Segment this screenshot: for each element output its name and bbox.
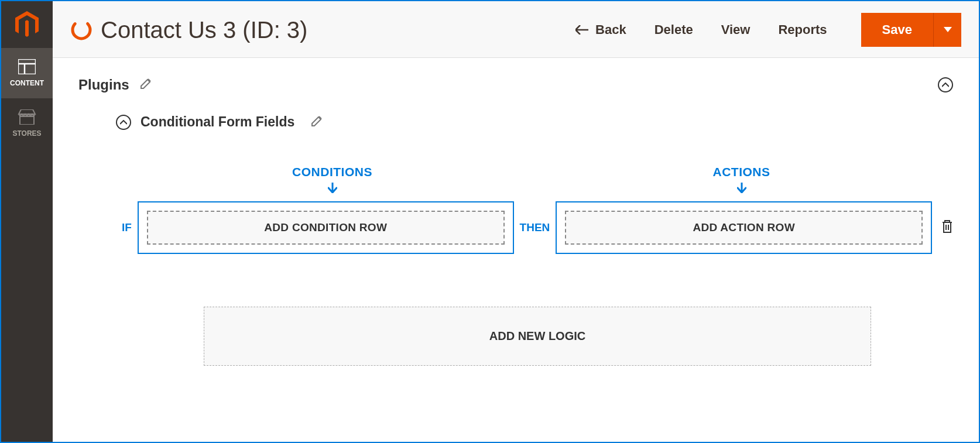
- edit-plugins-icon[interactable]: [140, 78, 152, 92]
- pencil-icon: [311, 115, 323, 127]
- add-new-logic-button[interactable]: ADD NEW LOGIC: [204, 307, 871, 366]
- back-label: Back: [595, 22, 626, 37]
- save-button-group: Save: [861, 13, 961, 47]
- add-action-button[interactable]: ADD ACTION ROW: [565, 211, 923, 245]
- save-button[interactable]: Save: [861, 13, 933, 47]
- trash-icon: [941, 219, 953, 233]
- plugins-title: Plugins: [78, 77, 129, 93]
- conditional-section: Conditional Form Fields CONDITIONS: [78, 114, 953, 366]
- conditional-header: Conditional Form Fields: [116, 114, 953, 130]
- arrow-down-icon: [737, 183, 746, 193]
- content-icon: [18, 59, 36, 74]
- save-dropdown-button[interactable]: [933, 13, 961, 47]
- collapse-conditional-button[interactable]: [116, 115, 131, 130]
- chevron-up-icon: [120, 120, 127, 125]
- add-logic-wrap: ADD NEW LOGIC: [122, 307, 953, 366]
- page-title: Contact Us 3 (ID: 3): [101, 17, 575, 43]
- header-actions: Back Delete View Reports Save: [575, 13, 961, 47]
- back-button[interactable]: Back: [575, 22, 626, 37]
- actions-label: ACTIONS: [713, 165, 770, 179]
- chevron-down-icon: [944, 27, 952, 33]
- loading-spinner-icon: [70, 19, 92, 41]
- magento-logo[interactable]: [1, 1, 53, 48]
- content-area: Plugins Conditional Form Fields: [53, 58, 979, 442]
- chevron-up-icon: [942, 83, 949, 87]
- svg-rect-0: [18, 59, 36, 74]
- svg-rect-3: [20, 116, 34, 125]
- then-label: THEN: [520, 221, 550, 234]
- logic-builder: CONDITIONS ACTIONS IF: [116, 165, 953, 366]
- delete-logic-button[interactable]: [941, 219, 953, 236]
- edit-conditional-icon[interactable]: [311, 115, 323, 129]
- if-label: IF: [122, 221, 132, 234]
- delete-button[interactable]: Delete: [655, 22, 693, 37]
- sidebar: CONTENT STORES: [1, 1, 53, 442]
- column-headers: CONDITIONS ACTIONS: [122, 165, 953, 193]
- conditional-title: Conditional Form Fields: [141, 114, 294, 130]
- actions-box: ADD ACTION ROW: [556, 201, 932, 254]
- actions-header: ACTIONS: [554, 165, 928, 193]
- add-condition-button[interactable]: ADD CONDITION ROW: [147, 211, 505, 245]
- view-button[interactable]: View: [721, 22, 751, 37]
- pencil-icon: [140, 78, 152, 90]
- sidebar-item-label: CONTENT: [10, 79, 44, 87]
- sidebar-item-label: STORES: [12, 129, 41, 138]
- svg-point-4: [70, 19, 92, 41]
- arrow-down-icon: [328, 183, 337, 193]
- logic-row: IF ADD CONDITION ROW THEN ADD ACTION ROW: [122, 201, 953, 254]
- main-area: Contact Us 3 (ID: 3) Back Delete View Re…: [53, 1, 979, 442]
- reports-button[interactable]: Reports: [778, 22, 827, 37]
- conditions-header: CONDITIONS: [145, 165, 519, 193]
- sidebar-item-content[interactable]: CONTENT: [1, 48, 53, 98]
- collapse-plugins-button[interactable]: [938, 77, 953, 92]
- page-header: Contact Us 3 (ID: 3) Back Delete View Re…: [53, 1, 979, 58]
- plugins-section-header: Plugins: [78, 77, 953, 93]
- arrow-left-icon: [575, 25, 588, 35]
- conditions-label: CONDITIONS: [292, 165, 372, 179]
- sidebar-item-stores[interactable]: STORES: [1, 98, 53, 149]
- conditions-box: ADD CONDITION ROW: [138, 201, 514, 254]
- stores-icon: [18, 109, 36, 125]
